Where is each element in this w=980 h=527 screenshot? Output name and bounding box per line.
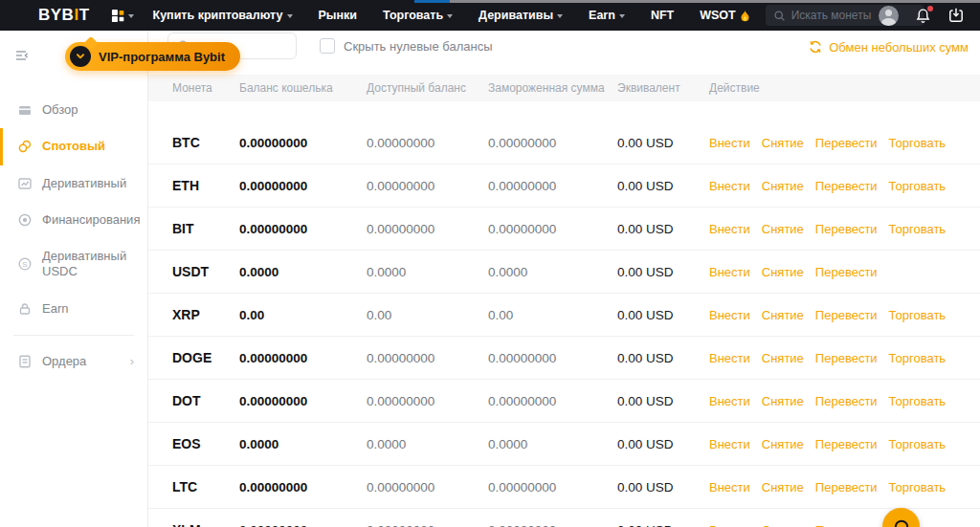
action-link-перевести[interactable]: Перевести [815, 136, 878, 150]
action-link-перевести[interactable]: Перевести [815, 437, 878, 451]
action-link-торговать[interactable]: Торговать [889, 136, 947, 150]
bybit-logo[interactable]: BYBIT [38, 6, 90, 25]
sidebar-divider [13, 335, 134, 336]
equivalent-value: 0.00 USD [617, 308, 709, 322]
action-link-снятие[interactable]: Снятие [762, 265, 804, 279]
frozen-amount: 0.00000000 [488, 480, 617, 494]
action-link-внести[interactable]: Внести [709, 480, 750, 494]
nav-item-earn[interactable]: Earn [589, 9, 625, 22]
hide-zero-balances-toggle[interactable]: Скрыть нулевые балансы [320, 38, 493, 54]
table-row-dot: DOT0.000000000.000000000.000000000.00 US… [148, 380, 980, 423]
action-link-перевести[interactable]: Перевести [815, 265, 878, 279]
action-link-снятие[interactable]: Снятие [762, 308, 804, 322]
action-link-перевести[interactable]: Перевести [815, 222, 878, 236]
nav-item-label: Торговать [383, 9, 443, 22]
wallet-balance: 0.00000000 [239, 394, 367, 408]
coin-name: EOS [172, 436, 239, 451]
frozen-amount: 0.0000 [488, 265, 617, 279]
action-link-внести[interactable]: Внести [709, 308, 750, 322]
nav-item-деривативы[interactable]: Деривативы [479, 9, 563, 22]
sidebar-item-earn[interactable]: Earn [0, 291, 147, 327]
action-link-перевести[interactable]: Перевести [815, 523, 878, 527]
wallet-balance: 0.00000000 [239, 222, 367, 236]
notifications-button[interactable] [915, 8, 931, 24]
table-row-eos: EOS0.00000.00000.00000.00 USDВнестиСняти… [148, 423, 980, 466]
action-link-торговать[interactable]: Торговать [889, 437, 947, 451]
earn-icon [17, 301, 33, 317]
row-actions: ВнестиСнятиеПеревестиТорговать [709, 308, 980, 322]
convert-small-balances-link[interactable]: Обмен небольших сумм [808, 39, 969, 55]
nav-item-купить-криптовалюту[interactable]: Купить криптовалюту [153, 9, 293, 22]
action-link-перевести[interactable]: Перевести [815, 394, 878, 408]
action-link-внести[interactable]: Внести [709, 136, 750, 150]
action-link-торговать[interactable]: Торговать [889, 351, 947, 365]
action-link-снятие[interactable]: Снятие [762, 394, 804, 408]
sidebar-item-обзор[interactable]: Обзор [0, 92, 147, 128]
available-balance: 0.00000000 [367, 351, 488, 365]
table-row-bit: BIT0.000000000.000000000.000000000.00 US… [148, 208, 980, 251]
nav-item-wsot[interactable]: WSOT [700, 9, 750, 22]
action-link-торговать[interactable]: Торговать [889, 308, 947, 322]
action-link-перевести[interactable]: Перевести [815, 308, 878, 322]
equivalent-value: 0.00 USD [617, 265, 709, 279]
wallet-balance: 0.00000000 [239, 523, 367, 527]
sidebar-item-деривативный-usdc[interactable]: SДеривативный USDC [0, 238, 147, 291]
apps-grid-button[interactable] [111, 9, 134, 23]
action-link-внести[interactable]: Внести [709, 394, 750, 408]
wallet-balance: 0.00000000 [239, 351, 367, 365]
sidebar-item-ордера[interactable]: Ордера› [0, 343, 147, 380]
table-row-ltc: LTC0.000000000.000000000.000000000.00 US… [148, 466, 980, 509]
sidebar-item-label: Ордера [42, 354, 121, 369]
action-link-торговать[interactable]: Торговать [889, 179, 947, 193]
logo-part2: T [79, 6, 90, 25]
action-link-торговать[interactable]: Торговать [889, 394, 947, 408]
action-link-внести[interactable]: Внести [709, 265, 750, 279]
action-link-снятие[interactable]: Снятие [762, 437, 804, 451]
action-link-перевести[interactable]: Перевести [815, 179, 878, 193]
action-link-снятие[interactable]: Снятие [762, 222, 804, 236]
chevron-right-icon: › [130, 354, 134, 369]
vip-badge-label: VIP-программа Bybit [99, 50, 225, 64]
sidebar-item-финансирования[interactable]: Финансирования [0, 202, 147, 238]
wallet-balance: 0.0000 [239, 437, 367, 451]
action-link-внести[interactable]: Внести [709, 437, 750, 451]
action-link-снятие[interactable]: Снятие [762, 179, 804, 193]
sidebar-collapse-button[interactable] [14, 48, 30, 63]
equivalent-value: 0.00 USD [617, 179, 709, 193]
nav-item-рынки[interactable]: Рынки [319, 9, 358, 22]
coin-name: XRP [172, 307, 239, 322]
action-link-внести[interactable]: Внести [709, 222, 750, 236]
frozen-amount: 0.00000000 [488, 136, 617, 150]
action-link-торговать[interactable]: Торговать [889, 222, 947, 236]
action-link-внести[interactable]: Внести [709, 179, 750, 193]
chevron-down-icon [619, 14, 625, 18]
action-link-торговать[interactable]: Торговать [889, 480, 947, 494]
headset-icon [892, 517, 911, 527]
action-link-перевести[interactable]: Перевести [815, 351, 878, 365]
table-row-eth: ETH0.000000000.000000000.000000000.00 US… [148, 165, 980, 208]
column-header: Действие [709, 81, 980, 95]
coins-icon [17, 139, 33, 154]
nav-item-label: NFT [651, 9, 674, 22]
table-header-row: МонетаБаланс кошелькаДоступный балансЗам… [148, 75, 980, 101]
vip-program-badge[interactable]: VIP-программа Bybit [65, 42, 240, 71]
action-link-снятие[interactable]: Снятие [762, 523, 804, 527]
nav-item-nft[interactable]: NFT [651, 9, 674, 22]
coin-name: BIT [172, 221, 239, 236]
action-link-внести[interactable]: Внести [709, 351, 750, 365]
download-app-button[interactable] [947, 7, 965, 24]
sidebar-item-label: Финансирования [42, 212, 140, 228]
action-link-внести[interactable]: Внести [709, 523, 750, 527]
action-link-перевести[interactable]: Перевести [815, 480, 878, 494]
action-link-снятие[interactable]: Снятие [762, 136, 804, 150]
sidebar-item-спотовый[interactable]: Спотовый [0, 128, 147, 165]
user-avatar[interactable] [879, 6, 899, 26]
row-actions: ВнестиСнятиеПеревестиТорговать [709, 523, 980, 527]
sidebar-item-деривативный[interactable]: Деривативный [0, 165, 147, 202]
coin-name: BTC [172, 135, 239, 150]
action-link-снятие[interactable]: Снятие [762, 480, 804, 494]
nav-right-icons [879, 0, 965, 31]
nav-item-торговать[interactable]: Торговать [383, 9, 453, 22]
checkbox[interactable] [320, 38, 335, 54]
action-link-снятие[interactable]: Снятие [762, 351, 804, 365]
